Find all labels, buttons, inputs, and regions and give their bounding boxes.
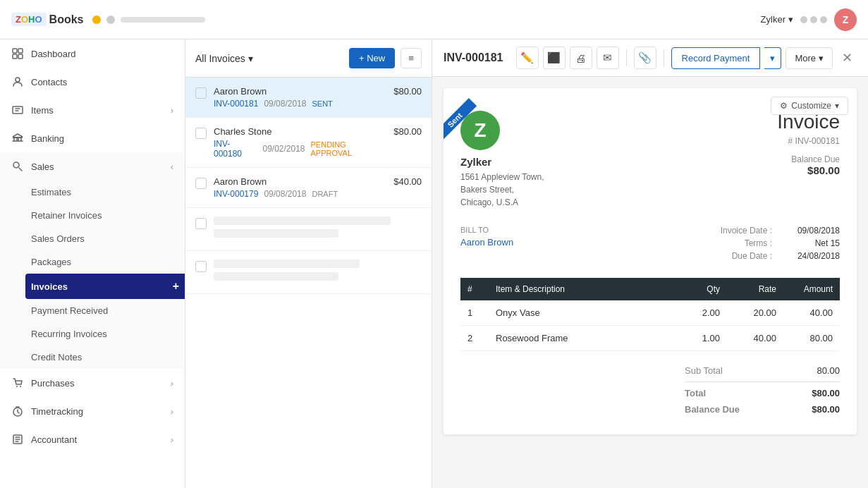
sidebar-sub-estimates[interactable]: Estimates: [31, 181, 185, 204]
due-date-label: Due Date :: [709, 251, 772, 261]
logo-o1: O: [21, 14, 28, 25]
record-payment-label: Record Payment: [682, 53, 750, 63]
sidebar-item-sales[interactable]: Sales ‹: [0, 152, 185, 181]
sidebar-sub-credit-notes[interactable]: Credit Notes: [31, 346, 185, 369]
col-header-rate: Rate: [727, 278, 783, 300]
invoice-row-0[interactable]: Aaron Brown INV-000181 09/08/2018 SENT $…: [185, 78, 432, 118]
invoice-checkbox-1[interactable]: [195, 128, 207, 139]
subtotal-value: 80.00: [817, 365, 840, 376]
invoice-meta-1: INV-000180 09/02/2018 PENDING APPROVAL: [214, 139, 386, 159]
svg-rect-0: [13, 49, 17, 53]
banking-icon: [11, 132, 24, 145]
invoice-id-2: INV-000179: [214, 189, 258, 199]
all-invoices-dropdown[interactable]: All Invoices ▾: [195, 53, 253, 64]
loading-bar-2a: [214, 260, 360, 268]
invoice-checkbox-0[interactable]: [195, 87, 207, 99]
item-qty-1: 1.00: [671, 326, 727, 351]
invoice-amount-0: $80.00: [393, 86, 422, 97]
invoice-amount-1: $80.00: [393, 126, 422, 137]
balance-due-row-label: Balance Due: [685, 404, 740, 415]
sidebar-sub-packages[interactable]: Packages: [31, 250, 185, 274]
payment-received-label: Payment Received: [31, 305, 108, 316]
new-invoice-button[interactable]: + New: [349, 48, 395, 68]
svg-point-8: [16, 386, 18, 387]
dashboard-icon: [11, 47, 24, 60]
credit-notes-label: Credit Notes: [31, 352, 82, 362]
item-rate-0: 20.00: [727, 300, 783, 326]
recurring-invoices-label: Recurring Invoices: [31, 329, 107, 339]
item-num-1: 2: [460, 326, 489, 351]
invoice-row-2[interactable]: Aaron Brown INV-000179 09/08/2018 DRAFT …: [185, 168, 432, 208]
logo-z: Z: [16, 14, 21, 25]
col-header-amount: Amount: [783, 278, 840, 300]
invoice-checkbox-l2: [195, 261, 207, 272]
invoice-meta-table: Invoice Date : 09/08/2018 Terms : Net 15…: [709, 226, 840, 264]
logo-o2: O: [35, 14, 42, 25]
invoice-row-1[interactable]: Charles Stone INV-000180 09/02/2018 PEND…: [185, 118, 432, 168]
record-payment-button[interactable]: Record Payment: [671, 47, 761, 69]
avatar[interactable]: Z: [834, 8, 857, 31]
bill-to-name[interactable]: Aaron Brown: [460, 237, 513, 248]
sidebar-item-accountant[interactable]: Accountant ›: [0, 425, 185, 453]
sidebar-sub-invoices[interactable]: Invoices +: [25, 274, 185, 299]
balance-due-header-amount: $80.00: [777, 164, 840, 176]
close-button[interactable]: ✕: [837, 48, 857, 68]
loading-bar-1b: [214, 229, 338, 238]
total-row: Total $80.00: [685, 382, 840, 401]
invoice-title-block: Invoice # INV-000181 Balance Due $80.00: [777, 111, 840, 176]
toolbar-separator-2: [664, 49, 664, 66]
user-dots: [800, 16, 827, 23]
loading-info-2: [214, 260, 422, 285]
invoice-row-loading-2: [185, 251, 432, 294]
app-logo: ZOHO Books: [11, 13, 84, 26]
company-name: Zylker: [460, 156, 544, 168]
invoice-paper: Sent ⚙ Customize ▾ Z Zylker 1561 Applevi…: [444, 88, 857, 434]
sidebar-item-items[interactable]: Items ›: [0, 96, 185, 124]
sidebar-sub-payment-received[interactable]: Payment Received: [31, 299, 185, 322]
terms-label: Terms :: [709, 238, 772, 248]
dot-3: [820, 16, 827, 23]
add-invoice-icon[interactable]: +: [173, 280, 179, 293]
user-menu[interactable]: Zylker ▾: [761, 14, 793, 25]
invoice-amount-2: $40.00: [393, 176, 422, 187]
customize-button[interactable]: ⚙ Customize ▾: [771, 97, 848, 115]
invoice-date-2: 09/08/2018: [264, 189, 306, 199]
balance-due-header-label: Balance Due: [777, 154, 840, 164]
balance-due-row-value: $80.00: [812, 404, 840, 415]
edit-button[interactable]: ✏️: [516, 47, 539, 69]
company-address: 1561 Appleview Town,Bakers Street,Chicag…: [460, 171, 544, 209]
record-payment-dropdown-button[interactable]: ▾: [764, 47, 781, 69]
purchases-icon: [11, 377, 24, 389]
sidebar-item-label: Sales: [31, 161, 54, 172]
invoice-checkbox-2[interactable]: [195, 178, 207, 189]
sidebar-sub-recurring-invoices[interactable]: Recurring Invoices: [31, 322, 185, 346]
subtotal-row: Sub Total 80.00: [685, 362, 840, 379]
item-qty-0: 2.00: [671, 300, 727, 326]
col-header-qty: Qty: [671, 278, 727, 300]
email-button[interactable]: ✉: [597, 47, 619, 69]
svg-rect-1: [18, 49, 23, 53]
sidebar-item-label: Purchases: [31, 378, 74, 389]
gear-icon: ⚙: [780, 101, 788, 111]
sidebar-sub-retainer-invoices[interactable]: Retainer Invoices: [31, 204, 185, 227]
print-button[interactable]: 🖨: [570, 47, 592, 69]
sales-chevron-icon: ‹: [171, 161, 173, 172]
pdf-button[interactable]: ⬛: [543, 47, 566, 69]
sidebar-item-purchases[interactable]: Purchases ›: [0, 369, 185, 397]
sidebar-item-timetracking[interactable]: Timetracking ›: [0, 397, 185, 425]
invoice-info-1: Charles Stone INV-000180 09/02/2018 PEND…: [214, 126, 386, 159]
sidebar-item-label: Items: [31, 105, 54, 116]
table-row-0: 1 Onyx Vase 2.00 20.00 40.00: [460, 300, 840, 326]
filter-button[interactable]: ≡: [401, 48, 422, 68]
sidebar-item-dashboard[interactable]: Dashboard: [0, 39, 185, 68]
sidebar-item-banking[interactable]: Banking: [0, 124, 185, 152]
dot-2: [810, 16, 817, 23]
item-desc-0: Onyx Vase: [489, 300, 671, 326]
more-button[interactable]: More ▾: [786, 47, 833, 69]
all-invoices-label: All Invoices: [195, 53, 245, 64]
items-icon: [11, 104, 24, 116]
sidebar-sub-sales-orders[interactable]: Sales Orders: [31, 227, 185, 250]
sidebar-item-contacts[interactable]: Contacts: [0, 68, 185, 96]
attach-button[interactable]: 📎: [634, 47, 656, 69]
user-name-label: Zylker: [761, 14, 786, 25]
